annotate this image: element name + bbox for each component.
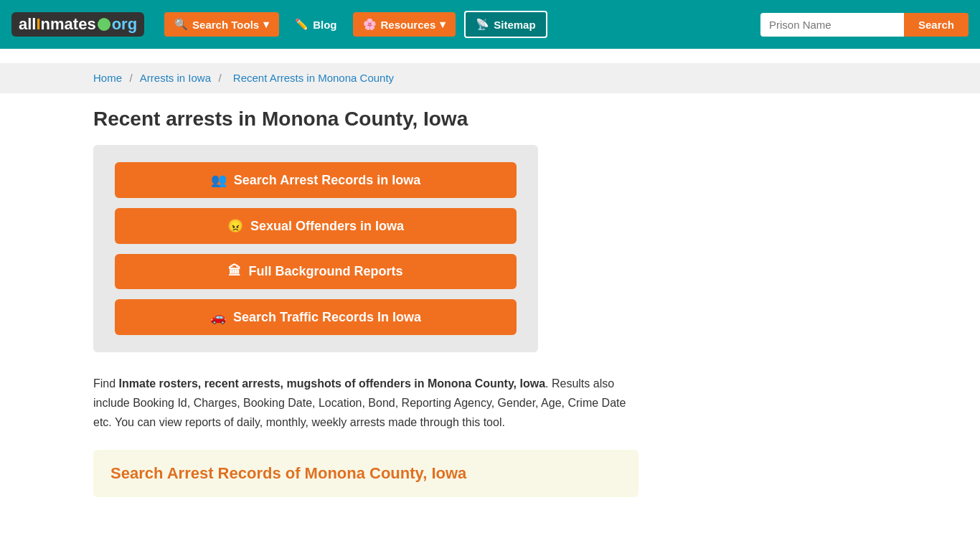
- page-title: Recent arrests in Monona County, Iowa: [93, 108, 887, 131]
- breadcrumb-sep-1: /: [129, 72, 135, 84]
- resources-icon: 🌸: [363, 18, 377, 31]
- traffic-records-button[interactable]: 🚗 Search Traffic Records In Iowa: [115, 299, 517, 335]
- arrest-records-icon: 👥: [211, 172, 227, 188]
- background-reports-icon: 🏛: [228, 264, 241, 279]
- search-tools-chevron-icon: ▾: [263, 18, 269, 31]
- traffic-records-label: Search Traffic Records In Iowa: [233, 310, 421, 325]
- traffic-records-icon: 🚗: [210, 309, 226, 325]
- blog-icon: ✏️: [295, 18, 308, 31]
- resources-label: Resources: [381, 19, 436, 31]
- prison-search-button[interactable]: Search: [904, 13, 969, 37]
- sex-offenders-button[interactable]: 😠 Sexual Offenders in Iowa: [115, 208, 517, 244]
- resources-chevron-icon: ▾: [440, 18, 446, 31]
- search-tools-label: Search Tools: [192, 19, 259, 31]
- prison-search-input[interactable]: [760, 13, 904, 37]
- arrest-records-button[interactable]: 👥 Search Arrest Records in Iowa: [115, 162, 517, 198]
- description-prefix: Find: [93, 377, 119, 390]
- breadcrumb-home[interactable]: Home: [93, 72, 122, 84]
- sitemap-label: Sitemap: [494, 19, 535, 31]
- breadcrumb-sep-2: /: [218, 72, 224, 84]
- site-header: all I nmates org 🔍 Search Tools ▾ ✏️ Blo…: [0, 0, 980, 49]
- action-buttons-box: 👥 Search Arrest Records in Iowa 😠 Sexual…: [93, 145, 538, 352]
- arrest-records-label: Search Arrest Records in Iowa: [234, 173, 420, 188]
- main-content: Recent arrests in Monona County, Iowa 👥 …: [0, 108, 980, 526]
- search-tools-button[interactable]: 🔍 Search Tools ▾: [164, 12, 279, 37]
- site-logo[interactable]: all I nmates org: [11, 12, 144, 37]
- search-tools-icon: 🔍: [174, 18, 188, 31]
- background-reports-button[interactable]: 🏛 Full Background Reports: [115, 254, 517, 289]
- bottom-heading: Search Arrest Records of Monona County, …: [110, 464, 621, 483]
- resources-button[interactable]: 🌸 Resources ▾: [353, 12, 456, 37]
- description-bold: Inmate rosters, recent arrests, mugshots…: [119, 377, 545, 390]
- blog-label: Blog: [313, 19, 336, 31]
- breadcrumb: Home / Arrests in Iowa / Recent Arrests …: [0, 63, 980, 93]
- sex-offenders-icon: 😠: [227, 218, 243, 234]
- bottom-section: Search Arrest Records of Monona County, …: [93, 450, 639, 497]
- background-reports-label: Full Background Reports: [248, 264, 402, 279]
- sitemap-icon: 📡: [476, 18, 489, 31]
- breadcrumb-arrests-iowa[interactable]: Arrests in Iowa: [140, 72, 211, 84]
- sitemap-button[interactable]: 📡 Sitemap: [464, 11, 547, 38]
- page-description: Find Inmate rosters, recent arrests, mug…: [93, 374, 639, 433]
- blog-button[interactable]: ✏️ Blog: [288, 12, 344, 37]
- breadcrumb-current: Recent Arrests in Monona County: [233, 72, 394, 84]
- header-search-group: Search: [760, 13, 969, 37]
- sex-offenders-label: Sexual Offenders in Iowa: [250, 219, 404, 234]
